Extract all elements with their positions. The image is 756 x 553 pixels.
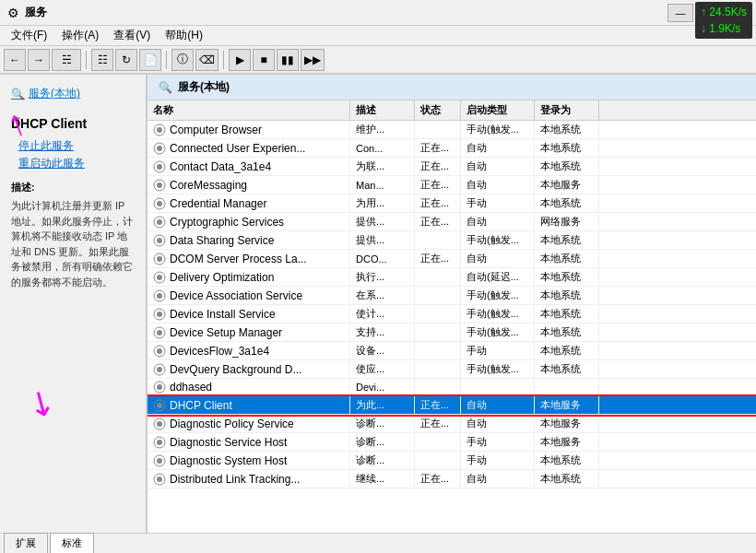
menu-view[interactable]: 查看(V) xyxy=(106,26,158,45)
service-icon xyxy=(153,216,166,229)
menu-action[interactable]: 操作(A) xyxy=(54,26,106,45)
service-desc-cell: 诊断... xyxy=(350,433,415,451)
menu-file[interactable]: 文件(F) xyxy=(4,26,54,45)
table-row[interactable]: Computer Browser维护...手动(触发...本地系统 xyxy=(148,121,756,139)
stop-service-link[interactable]: 停止此服务 xyxy=(18,138,127,154)
col-startup[interactable]: 启动类型 xyxy=(461,100,535,120)
table-row[interactable]: Cryptographic Services提供...正在...自动网络服务 xyxy=(148,213,756,231)
service-name-cell: Device Association Service xyxy=(148,287,350,304)
table-row[interactable]: Diagnostic Policy Service诊断...正在...自动本地服… xyxy=(148,415,756,433)
service-name-cell: Diagnostic Policy Service xyxy=(148,415,350,432)
service-icon xyxy=(153,124,166,136)
col-name[interactable]: 名称 xyxy=(148,100,350,120)
restart-service-link[interactable]: 重启动此服务 xyxy=(18,156,127,171)
service-startup-cell: 手动(触发... xyxy=(461,305,535,323)
service-logon-cell: 本地系统 xyxy=(535,360,599,378)
service-status-cell: 正在... xyxy=(415,213,461,230)
svg-point-13 xyxy=(157,238,162,243)
service-logon-cell: 本地系统 xyxy=(535,342,599,359)
minimize-button[interactable]: — xyxy=(667,4,693,22)
refresh-button[interactable]: ↻ xyxy=(115,49,137,71)
service-name-cell: CoreMessaging xyxy=(148,176,350,194)
svg-point-29 xyxy=(157,384,162,390)
table-row[interactable]: Device Install Service使计...手动(触发...本地系统 xyxy=(148,305,756,324)
service-status-cell: 正在... xyxy=(415,176,461,194)
table-row[interactable]: Diagnostic System Host诊断...手动本地系统 xyxy=(148,452,756,470)
service-startup-cell: 手动(触发... xyxy=(461,231,535,249)
back-button[interactable]: ← xyxy=(4,49,26,71)
left-nav-services[interactable]: 🔍 服务(本地) xyxy=(4,82,142,105)
service-desc-cell: 使应... xyxy=(350,360,415,378)
col-logon[interactable]: 登录为 xyxy=(535,100,599,120)
service-status-cell: 正在... xyxy=(415,470,461,488)
svg-point-5 xyxy=(157,164,162,170)
service-startup-cell: 手动(触发... xyxy=(461,121,535,138)
separator-1 xyxy=(86,51,87,69)
svg-point-25 xyxy=(157,348,162,354)
table-row[interactable]: DevicesFlow_3a1e4设备...手动本地系统 xyxy=(148,342,756,360)
table-row[interactable]: Connected User Experien...Con...正在...自动本… xyxy=(148,139,756,158)
service-name-cell: DCOM Server Process La... xyxy=(148,250,350,267)
svg-point-11 xyxy=(157,219,162,225)
table-row[interactable]: DevQuery Background D...使应...手动(触发...本地系… xyxy=(148,360,756,379)
svg-point-19 xyxy=(157,293,162,299)
services-table[interactable]: 名称 描述 状态 启动类型 登录为 Computer Browser维护...手… xyxy=(148,100,756,533)
table-row[interactable]: Device Association Service在系...手动(触发...本… xyxy=(148,287,756,305)
export-button[interactable]: 📄 xyxy=(139,49,161,71)
table-body: Computer Browser维护...手动(触发...本地系统Connect… xyxy=(148,121,756,488)
titlebar: ⚙ 服务 — □ ✕ ↑ 24.5K/s ↓ 1.9K/s xyxy=(0,0,756,26)
tab-standard[interactable]: 标准 xyxy=(50,533,94,553)
table-row[interactable]: Device Setup Manager支持...手动(触发...本地系统 xyxy=(148,324,756,342)
restart-button[interactable]: ▶▶ xyxy=(301,49,325,71)
service-name-cell: Contact Data_3a1e4 xyxy=(148,158,350,175)
forward-button[interactable]: → xyxy=(28,49,50,71)
service-icon xyxy=(153,308,166,321)
table-row[interactable]: ddhasedDevi... xyxy=(148,379,756,396)
tab-expand[interactable]: 扩展 xyxy=(4,533,48,553)
service-logon-cell: 本地系统 xyxy=(535,305,599,323)
svg-point-15 xyxy=(157,256,162,262)
table-row[interactable]: DCOM Server Process La...DCO...正在...自动本地… xyxy=(148,250,756,268)
service-name-cell: Diagnostic System Host xyxy=(148,452,350,469)
table-row[interactable]: Distributed Link Tracking...继续...正在...自动… xyxy=(148,470,756,488)
service-startup-cell: 手动(触发... xyxy=(461,287,535,304)
col-status[interactable]: 状态 xyxy=(415,100,461,120)
service-desc-cell: 继续... xyxy=(350,470,415,488)
service-status-cell xyxy=(415,452,461,469)
table-row[interactable]: Credential Manager为用...正在...手动本地系统 xyxy=(148,194,756,213)
service-name-cell: Cryptographic Services xyxy=(148,213,350,230)
service-name-cell: Data Sharing Service xyxy=(148,231,350,249)
service-desc-cell: Devi... xyxy=(350,379,415,395)
table-row[interactable]: CoreMessagingMan...正在...自动本地服务 xyxy=(148,176,756,194)
filter-button[interactable]: ⌫ xyxy=(195,49,219,71)
table-row[interactable]: Data Sharing Service提供...手动(触发...本地系统 xyxy=(148,231,756,250)
service-logon-cell xyxy=(535,379,599,395)
properties-button[interactable]: ⓘ xyxy=(171,49,194,71)
menu-help[interactable]: 帮助(H) xyxy=(158,26,210,45)
service-status-cell xyxy=(415,305,461,323)
service-desc-cell: 诊断... xyxy=(350,452,415,469)
service-name-cell: DevicesFlow_3a1e4 xyxy=(148,342,350,359)
service-desc-cell: 使计... xyxy=(350,305,415,323)
stop-button[interactable]: ■ xyxy=(253,49,275,71)
service-logon-cell: 本地系统 xyxy=(535,287,599,304)
table-row[interactable]: DHCP Client为此...正在...自动本地服务 xyxy=(148,396,756,415)
service-status-cell: 正在... xyxy=(415,194,461,212)
menubar: 文件(F) 操作(A) 查看(V) 帮助(H) xyxy=(0,26,756,46)
service-status-cell: 正在... xyxy=(415,396,461,414)
pause-button[interactable]: ▮▮ xyxy=(277,49,299,71)
up-button[interactable]: ☵ xyxy=(52,49,81,71)
table-row[interactable]: Diagnostic Service Host诊断...手动本地服务 xyxy=(148,433,756,452)
svg-point-33 xyxy=(157,421,162,427)
service-logon-cell: 本地服务 xyxy=(535,433,599,451)
show-tree-button[interactable]: ☷ xyxy=(91,49,113,71)
col-desc[interactable]: 描述 xyxy=(350,100,415,120)
table-row[interactable]: Contact Data_3a1e4为联...正在...自动本地系统 xyxy=(148,158,756,176)
table-row[interactable]: Delivery Optimization执行...自动(延迟...本地系统 xyxy=(148,268,756,287)
play-button[interactable]: ▶ xyxy=(229,49,251,71)
service-icon xyxy=(153,160,166,173)
svg-point-17 xyxy=(157,275,162,280)
content-header-title: 服务(本地) xyxy=(178,79,230,95)
service-desc-cell: 诊断... xyxy=(350,415,415,432)
service-desc-cell: 为联... xyxy=(350,158,415,175)
